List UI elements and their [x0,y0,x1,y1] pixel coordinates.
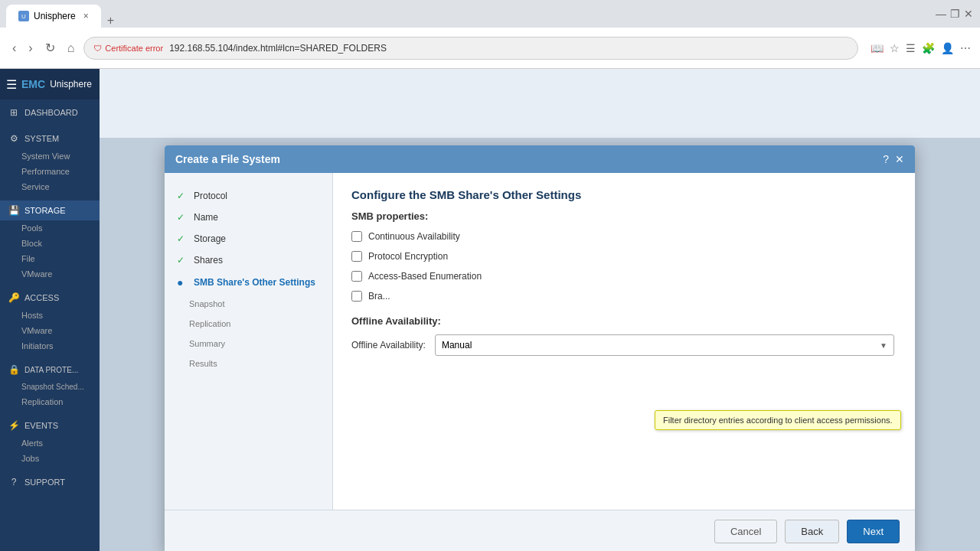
sidebar-sub-alerts[interactable]: Alerts [0,435,100,451]
forward-nav-button[interactable]: › [25,38,35,58]
sidebar-sub-service[interactable]: Service [0,179,100,194]
support-icon: ? [8,477,20,487]
step-results[interactable]: Results [165,354,332,373]
sidebar-sub-hosts[interactable]: Hosts [0,308,100,323]
branch-cache-label: Bra... [368,291,390,302]
dialog-header-icons: ? ✕ [883,153,904,165]
step-check-name: ✓ [177,212,188,223]
step-label-name: Name [194,212,218,223]
logo-emc: EMC [21,78,45,90]
cert-icon: 🛡 [93,44,102,53]
protocol-encryption-checkbox[interactable] [351,251,362,262]
offline-label: Offline Availability: [351,340,426,350]
content-title: Configure the SMB Share's Other Settings [351,188,897,201]
close-button[interactable]: ✕ [963,8,974,19]
home-nav-button[interactable]: ⌂ [64,38,78,58]
step-label-smb-other: SMB Share's Other Settings [194,277,315,288]
sidebar: ☰ EMC Unisphere ⊞ DASHBOARD ⚙ SYSTEM Sys… [0,69,100,551]
sidebar-label-dataprotect: DATA PROTE... [24,366,78,374]
branch-cache-checkbox[interactable] [351,291,362,302]
minimize-button[interactable]: — [936,8,946,19]
continuous-availability-label: Continuous Availability [368,231,460,242]
continuous-availability-checkbox[interactable] [351,231,362,242]
steps-panel: ✓ Protocol ✓ Name ✓ Storage ✓ [165,173,333,510]
offline-section-label: Offline Availability: [351,315,897,327]
next-button[interactable]: Next [847,520,900,543]
step-snapshot[interactable]: Snapshot [165,294,332,314]
sidebar-section-system: ⚙ SYSTEM System View Performance Service [0,126,100,197]
extension-icon[interactable]: 🧩 [922,42,935,54]
dialog-header: Create a File System ? ✕ [165,145,915,173]
step-check-protocol: ✓ [177,191,188,201]
offline-row: Offline Availability: Manual ▼ [351,334,897,356]
sidebar-item-support[interactable]: ? SUPPORT [0,472,100,492]
window-controls: — ❐ ✕ [936,8,974,19]
step-shares[interactable]: ✓ Shares [165,249,332,271]
step-label-shares: Shares [194,255,223,266]
step-name[interactable]: ✓ Name [165,207,332,228]
step-protocol[interactable]: ✓ Protocol [165,185,332,207]
sidebar-sub-file[interactable]: File [0,251,100,266]
tab-close-btn[interactable]: × [83,11,89,21]
sidebar-label-system: SYSTEM [24,134,59,143]
dialog-close-button[interactable]: ✕ [895,153,904,165]
reader-mode-icon[interactable]: 📖 [871,42,884,54]
step-bullet-smb: ● [177,276,188,289]
step-label-replication: Replication [189,319,230,328]
step-summary[interactable]: Summary [165,334,332,354]
address-input[interactable]: 🛡 Certificate error 192.168.55.104/index… [83,37,858,60]
offline-availability-select[interactable]: Manual ▼ [435,334,894,356]
browser-toolbar-icons: 📖 ☆ ☰ 🧩 👤 ⋯ [871,42,971,54]
sidebar-sub-initiators[interactable]: Initiators [0,338,100,354]
step-replication[interactable]: Replication [165,314,332,334]
hamburger-icon[interactable]: ☰ [6,77,17,92]
restore-button[interactable]: ❐ [949,8,960,19]
step-label-storage: Storage [194,233,226,244]
step-smb-other[interactable]: ● SMB Share's Other Settings [165,271,332,294]
sidebar-item-storage[interactable]: 💾 STORAGE [0,201,100,220]
sidebar-sub-performance[interactable]: Performance [0,164,100,179]
sidebar-item-dataprotect[interactable]: 🔒 DATA PROTE... [0,360,100,380]
sidebar-header: ☰ EMC Unisphere [0,69,100,99]
sidebar-item-system[interactable]: ⚙ SYSTEM [0,129,100,148]
access-based-enumeration-checkbox[interactable] [351,271,362,282]
active-tab[interactable]: U Unisphere × [6,5,101,28]
sidebar-sub-pools[interactable]: Pools [0,220,100,236]
sidebar-sub-block[interactable]: Block [0,236,100,251]
main-wrapper: Create a File System ? ✕ ✓ Protocol [100,69,980,551]
sidebar-sub-vmware-storage[interactable]: VMware [0,266,100,282]
dialog-body: ✓ Protocol ✓ Name ✓ Storage ✓ [165,173,915,510]
dialog-help-button[interactable]: ? [883,153,889,165]
menu-icon[interactable]: ☰ [906,42,916,54]
cert-error-indicator: 🛡 Certificate error [93,44,163,53]
dialog-title: Create a File System [175,153,280,165]
sidebar-item-dashboard[interactable]: ⊞ DASHBOARD [0,103,100,122]
system-icon: ⚙ [8,133,20,144]
sidebar-label-storage: STORAGE [24,206,66,215]
sidebar-item-access[interactable]: 🔑 ACCESS [0,288,100,308]
sidebar-sub-snapshot-sched[interactable]: Snapshot Sched... [0,380,100,394]
access-icon: 🔑 [8,292,20,303]
bookmark-icon[interactable]: ☆ [890,42,900,54]
tab-label: Unisphere [34,11,76,21]
offline-section: Offline Availability: Offline Availabili… [351,315,897,356]
new-tab-button[interactable]: + [101,14,120,28]
sidebar-sub-system-view[interactable]: System View [0,148,100,164]
sidebar-sub-jobs[interactable]: Jobs [0,451,100,466]
sidebar-sub-vmware-access[interactable]: VMware [0,323,100,338]
sidebar-sub-replication-dp[interactable]: Replication [0,394,100,409]
select-dropdown-arrow: ▼ [880,341,887,350]
step-check-shares: ✓ [177,255,188,266]
back-nav-button[interactable]: ‹ [9,38,19,58]
sidebar-item-events[interactable]: ⚡ EVENTS [0,416,100,435]
back-button[interactable]: Back [785,520,839,543]
cancel-button[interactable]: Cancel [714,520,777,543]
checkbox-row-continuous: Continuous Availability [351,230,897,243]
refresh-nav-button[interactable]: ↻ [42,37,58,58]
sidebar-section-support: ? SUPPORT [0,469,100,495]
profile-icon[interactable]: 👤 [941,42,954,54]
access-based-enumeration-label: Access-Based Enumeration [368,271,482,282]
address-bar: ‹ › ↻ ⌂ 🛡 Certificate error 192.168.55.1… [0,28,980,69]
more-icon[interactable]: ⋯ [960,42,971,54]
step-storage[interactable]: ✓ Storage [165,228,332,249]
